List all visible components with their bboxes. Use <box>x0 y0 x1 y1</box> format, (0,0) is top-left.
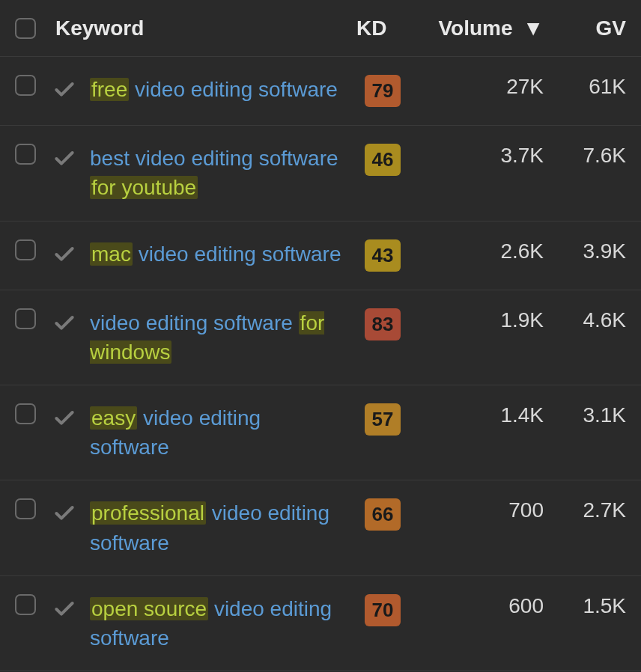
kd-badge: 83 <box>365 308 401 340</box>
row-checkbox[interactable] <box>15 75 36 96</box>
kd-badge: 66 <box>365 498 401 531</box>
volume-value: 700 <box>416 498 544 522</box>
keyword-link[interactable]: professional video editing software <box>90 501 329 554</box>
checkmark-icon <box>52 78 76 107</box>
row-checkbox[interactable] <box>15 144 36 165</box>
checkmark-icon <box>52 242 76 272</box>
row-checkbox[interactable] <box>15 308 36 329</box>
sort-desc-icon: ▼ <box>523 16 544 40</box>
keyword-link[interactable]: easy video editing software <box>90 406 261 459</box>
table-row: professional video editing software66700… <box>0 480 641 575</box>
volume-value: 1.4K <box>416 403 544 427</box>
keyword-link[interactable]: free video editing software <box>90 78 338 101</box>
kd-badge: 43 <box>365 239 401 272</box>
keyword-link[interactable]: best video editing software for youtube <box>90 147 338 199</box>
table-row: best video editing software for youtube4… <box>0 126 641 221</box>
table-header-row: Keyword KD Volume ▼ GV <box>0 0 641 57</box>
table-row: open source video editing software706001… <box>0 576 641 671</box>
keyword-text: best video editing software <box>90 147 338 170</box>
keyword-link[interactable]: open source video editing software <box>90 597 332 650</box>
table-row: easy video editing software571.4K3.1K <box>0 385 641 480</box>
volume-value: 3.7K <box>416 144 544 168</box>
checkmark-icon <box>52 147 76 176</box>
row-checkbox[interactable] <box>15 594 36 615</box>
keyword-highlight: professional <box>90 501 206 525</box>
kd-badge: 57 <box>365 403 401 436</box>
keyword-link[interactable]: mac video editing software <box>90 242 341 266</box>
gv-value: 2.7K <box>544 498 626 522</box>
row-checkbox[interactable] <box>15 239 36 260</box>
gv-value: 4.6K <box>544 308 626 332</box>
keyword-highlight: easy <box>90 406 137 430</box>
gv-value: 3.1K <box>544 403 626 427</box>
checkmark-icon <box>52 311 76 340</box>
kd-badge: 46 <box>365 144 401 176</box>
keyword-highlight: open source <box>90 597 208 620</box>
column-header-gv[interactable]: GV <box>544 16 626 40</box>
table-row: mac video editing software432.6K3.9K <box>0 222 641 290</box>
column-header-kd[interactable]: KD <box>349 16 416 40</box>
keyword-text: video editing software <box>133 242 341 266</box>
gv-value: 61K <box>544 75 626 99</box>
table-row: video editing software for windows831.9K… <box>0 290 641 385</box>
row-checkbox[interactable] <box>15 403 36 424</box>
keyword-table: Keyword KD Volume ▼ GV free video editin… <box>0 0 641 671</box>
volume-value: 1.9K <box>416 308 544 332</box>
volume-value: 27K <box>416 75 544 99</box>
keyword-highlight: free <box>90 78 129 101</box>
column-header-keyword[interactable]: Keyword <box>55 13 349 43</box>
keyword-text: video editing software <box>90 311 299 335</box>
checkmark-icon <box>52 406 76 436</box>
select-all-checkbox[interactable] <box>15 18 36 39</box>
volume-value: 2.6K <box>416 239 544 263</box>
volume-value: 600 <box>416 594 544 618</box>
keyword-highlight: mac <box>90 242 133 266</box>
keyword-text: video editing software <box>129 78 338 101</box>
kd-badge: 70 <box>365 594 401 626</box>
column-header-volume[interactable]: Volume ▼ <box>416 16 544 40</box>
keyword-highlight: for youtube <box>90 176 198 199</box>
checkmark-icon <box>52 597 76 626</box>
row-checkbox[interactable] <box>15 498 36 519</box>
keyword-link[interactable]: video editing software for windows <box>90 311 324 364</box>
column-header-volume-label: Volume <box>438 16 512 40</box>
table-row: free video editing software7927K61K <box>0 57 641 126</box>
gv-value: 7.6K <box>544 144 626 168</box>
checkmark-icon <box>52 501 76 531</box>
gv-value: 3.9K <box>544 239 626 263</box>
kd-badge: 79 <box>365 75 401 107</box>
gv-value: 1.5K <box>544 594 626 618</box>
